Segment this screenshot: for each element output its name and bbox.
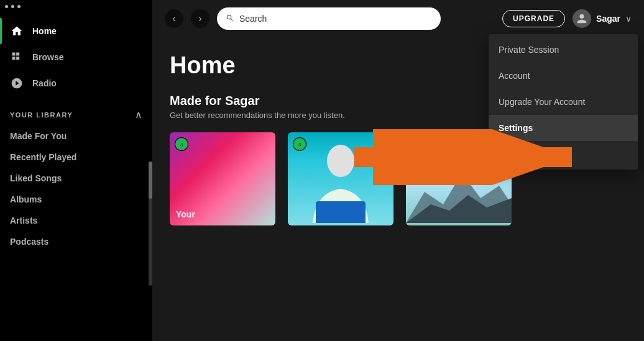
spotify-badge-2: ♫ bbox=[293, 137, 306, 151]
card-1[interactable]: ♫ Your bbox=[170, 132, 275, 225]
sidebar-item-artists[interactable]: Artists bbox=[0, 210, 152, 231]
dropdown-item-upgrade-account[interactable]: Upgrade Your Account bbox=[489, 89, 638, 115]
radio-icon bbox=[10, 76, 24, 90]
search-icon bbox=[226, 14, 234, 24]
upgrade-button[interactable]: UPGRADE bbox=[502, 10, 565, 27]
sidebar-item-liked-songs[interactable]: Liked Songs bbox=[0, 168, 152, 189]
forward-button[interactable]: › bbox=[191, 9, 209, 28]
dot-3 bbox=[17, 5, 21, 8]
avatar bbox=[573, 9, 591, 28]
sidebar-browse-label: Browse bbox=[32, 52, 64, 62]
sidebar-item-podcasts[interactable]: Podcasts bbox=[0, 231, 152, 252]
home-icon bbox=[10, 24, 24, 38]
dropdown-item-private-session[interactable]: Private Session bbox=[489, 37, 638, 63]
header-right: UPGRADE Sagar ∨ bbox=[502, 9, 632, 28]
spotify-green-icon-1: ♫ bbox=[175, 138, 188, 150]
user-menu[interactable]: Sagar ∨ bbox=[573, 9, 632, 28]
dot-1 bbox=[5, 5, 8, 8]
dropdown-item-account[interactable]: Account bbox=[489, 63, 638, 89]
sidebar: Home Browse Radio YOUR LIBRARY ∧ Made Fo… bbox=[0, 0, 152, 341]
back-button[interactable]: ‹ bbox=[165, 9, 183, 28]
sidebar-item-albums[interactable]: Albums bbox=[0, 189, 152, 210]
card-1-label: Your bbox=[176, 209, 195, 219]
sidebar-item-recently-played[interactable]: Recently Played bbox=[0, 147, 152, 168]
sidebar-home-label: Home bbox=[32, 26, 57, 36]
spotify-green-icon-3: ♫ bbox=[412, 138, 424, 150]
search-bar[interactable] bbox=[217, 7, 441, 30]
search-input[interactable] bbox=[239, 14, 432, 24]
svg-point-2 bbox=[327, 145, 354, 177]
spotify-badge-3: ♫ bbox=[411, 137, 425, 151]
card-2[interactable]: ♫ bbox=[288, 132, 393, 225]
library-collapse-icon[interactable]: ∧ bbox=[135, 109, 142, 120]
sidebar-item-home[interactable]: Home bbox=[0, 18, 152, 44]
sidebar-item-browse[interactable]: Browse bbox=[0, 44, 152, 70]
your-library-label: YOUR LIBRARY bbox=[10, 111, 73, 119]
sidebar-menu-dots[interactable] bbox=[0, 0, 152, 18]
dropdown-menu: Private Session Account Upgrade Your Acc… bbox=[489, 34, 638, 170]
dropdown-item-settings[interactable]: Settings bbox=[489, 115, 638, 141]
spotify-badge-1: ♫ bbox=[175, 137, 188, 151]
svg-rect-3 bbox=[316, 201, 366, 223]
your-library-header: YOUR LIBRARY ∧ bbox=[0, 96, 152, 125]
user-menu-chevron-icon: ∨ bbox=[625, 14, 632, 24]
main-content-area: ‹ › UPGRADE Sagar ∨ bbox=[152, 0, 644, 341]
header: ‹ › UPGRADE Sagar ∨ bbox=[152, 0, 644, 37]
sidebar-item-made-for-you[interactable]: Made For You bbox=[0, 125, 152, 147]
sidebar-item-radio[interactable]: Radio bbox=[0, 70, 152, 96]
nature-silhouette bbox=[406, 161, 512, 225]
user-name-label: Sagar bbox=[596, 14, 620, 24]
person-silhouette bbox=[303, 142, 378, 225]
browse-icon bbox=[10, 50, 24, 64]
spotify-green-icon-2: ♫ bbox=[293, 138, 306, 150]
dot-2 bbox=[11, 5, 14, 8]
sidebar-radio-label: Radio bbox=[32, 78, 57, 88]
dropdown-item-logout[interactable]: Log Out bbox=[489, 141, 638, 167]
